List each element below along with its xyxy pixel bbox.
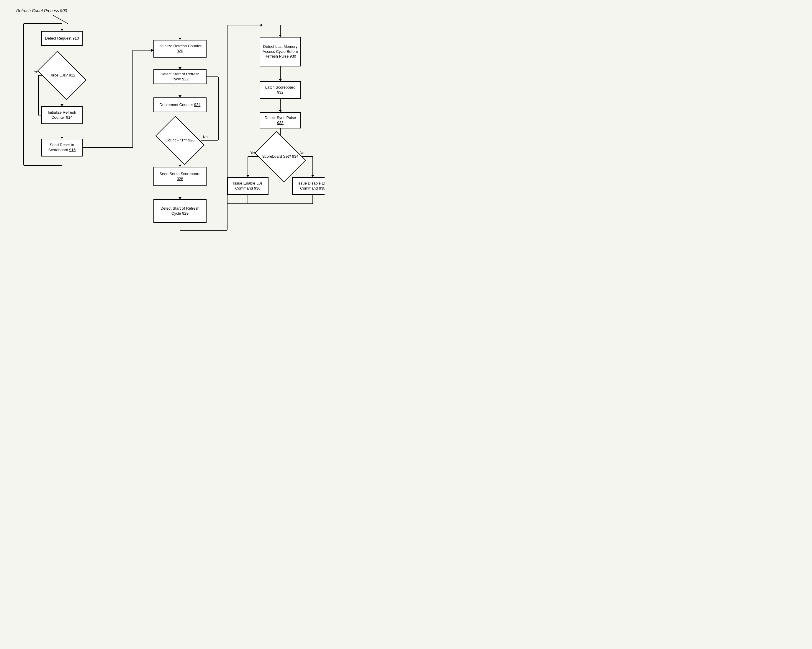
svg-text:No: No: [203, 135, 208, 139]
svg-marker-45: [261, 24, 263, 27]
svg-marker-51: [279, 110, 282, 112]
init-counter-920: Initialize Refresh Counter 920: [153, 40, 206, 58]
send-reset-916: Send Reset to Scoreboard 916: [41, 139, 82, 156]
svg-line-0: [53, 15, 68, 24]
decrement-counter-924: Decrement Counter 924: [153, 98, 206, 112]
diagram-title: Refresh Count Process 900: [16, 8, 67, 13]
svg-marker-11: [61, 104, 63, 106]
svg-marker-14: [61, 137, 63, 139]
issue-enable-936: Issue Enable L0s Command 936: [227, 177, 269, 195]
svg-marker-28: [179, 95, 182, 98]
svg-marker-40: [179, 197, 182, 199]
detect-sync-933: Detect Sync Pulse 933: [259, 112, 301, 129]
svg-marker-24: [179, 38, 182, 40]
detect-request-910: Detect Request 910: [41, 31, 82, 46]
diagram-container: Refresh Count Process 900 Yes No: [6, 6, 319, 260]
scoreboard-set-934: Scoreboard Set? 934: [259, 141, 301, 172]
detect-start-922: Detect Start of Refresh Cycle 922: [153, 69, 206, 84]
force-l0s-912: Force L0s? 912: [41, 61, 82, 89]
latch-scoreboard-932: Latch Scoreboard 932: [259, 81, 301, 99]
send-set-928: Send Set to Scoreboard 928: [153, 167, 206, 186]
svg-marker-26: [179, 67, 182, 69]
detect-last-930: Detect Last Memory Access Cycle Before R…: [259, 37, 301, 66]
svg-marker-49: [279, 79, 282, 81]
svg-marker-56: [246, 175, 249, 177]
issue-disable-938: Issue Disable L0s Command 938: [292, 177, 325, 195]
svg-marker-22: [151, 49, 153, 52]
detect-start-929: Detect Start of Refresh Cycle 929: [153, 199, 206, 223]
svg-marker-47: [279, 35, 282, 37]
svg-marker-60: [311, 175, 314, 177]
count-926: Count = "1"? 926: [159, 126, 201, 155]
svg-marker-2: [61, 29, 63, 31]
init-counter-914: Initialize Refresh Counter 914: [41, 106, 82, 124]
svg-marker-37: [179, 165, 182, 167]
